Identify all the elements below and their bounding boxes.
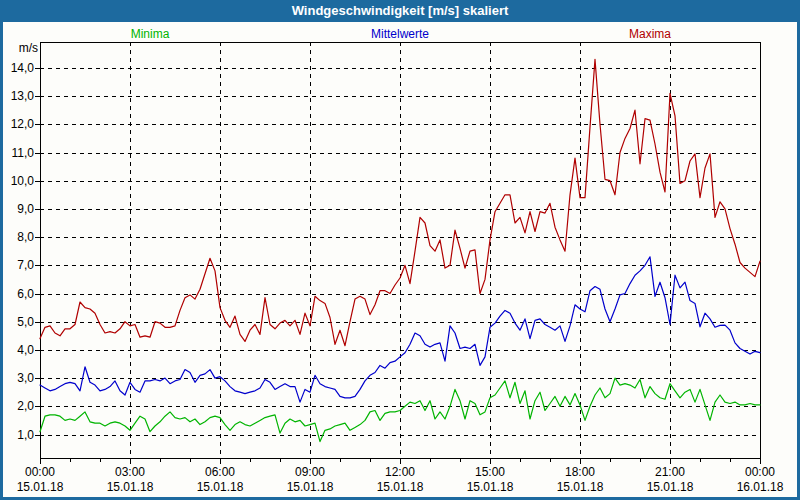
svg-text:9,0: 9,0 [17,202,34,216]
svg-text:09:00: 09:00 [295,465,325,479]
legend-item-mittelwerte: Mittelwerte [371,27,429,41]
svg-text:15.01.18: 15.01.18 [197,480,244,494]
window-titlebar: Windgeschwindigkeit [m/s] skaliert [0,0,800,22]
svg-text:15.01.18: 15.01.18 [287,480,334,494]
svg-text:12:00: 12:00 [385,465,415,479]
window-title: Windgeschwindigkeit [m/s] skaliert [292,3,509,18]
svg-text:8,0: 8,0 [17,230,34,244]
x-axis-labels: 00:0015.01.1803:0015.01.1806:0015.01.180… [17,465,784,494]
svg-text:15.01.18: 15.01.18 [107,480,154,494]
legend-item-maxima: Maxima [629,27,671,41]
svg-text:06:00: 06:00 [205,465,235,479]
svg-text:15.01.18: 15.01.18 [377,480,424,494]
svg-text:14,0: 14,0 [11,61,35,75]
svg-text:13,0: 13,0 [11,89,35,103]
svg-text:18:00: 18:00 [565,465,595,479]
svg-text:7,0: 7,0 [17,258,34,272]
svg-text:10,0: 10,0 [11,174,35,188]
svg-text:15:00: 15:00 [475,465,505,479]
svg-text:4,0: 4,0 [17,343,34,357]
app-window: Windgeschwindigkeit [m/s] skaliert Minim… [0,0,800,500]
legend-item-minima: Minima [131,27,170,41]
svg-text:15.01.18: 15.01.18 [647,480,694,494]
svg-text:2,0: 2,0 [17,399,34,413]
y-gridlines-and-labels: 14,013,012,011,010,09,08,07,06,05,04,03,… [11,61,760,442]
svg-text:00:00: 00:00 [745,465,775,479]
chart-legend: Minima Mittelwerte Maxima [0,27,800,42]
svg-text:16.01.18: 16.01.18 [737,480,784,494]
svg-text:11,0: 11,0 [12,146,35,160]
svg-text:21:00: 21:00 [655,465,685,479]
y-axis-unit-label: m/s [19,41,38,55]
svg-text:6,0: 6,0 [17,287,34,301]
svg-text:00:00: 00:00 [25,465,55,479]
svg-text:15.01.18: 15.01.18 [467,480,514,494]
svg-text:15.01.18: 15.01.18 [17,480,64,494]
svg-text:1,0: 1,0 [17,428,34,442]
svg-text:15.01.18: 15.01.18 [557,480,604,494]
x-gridlines [131,42,671,458]
svg-text:12,0: 12,0 [11,117,35,131]
svg-text:5,0: 5,0 [17,315,34,329]
wind-speed-chart-svg: 14,013,012,011,010,09,08,07,06,05,04,03,… [0,0,800,500]
svg-text:3,0: 3,0 [17,371,34,385]
svg-text:03:00: 03:00 [115,465,145,479]
